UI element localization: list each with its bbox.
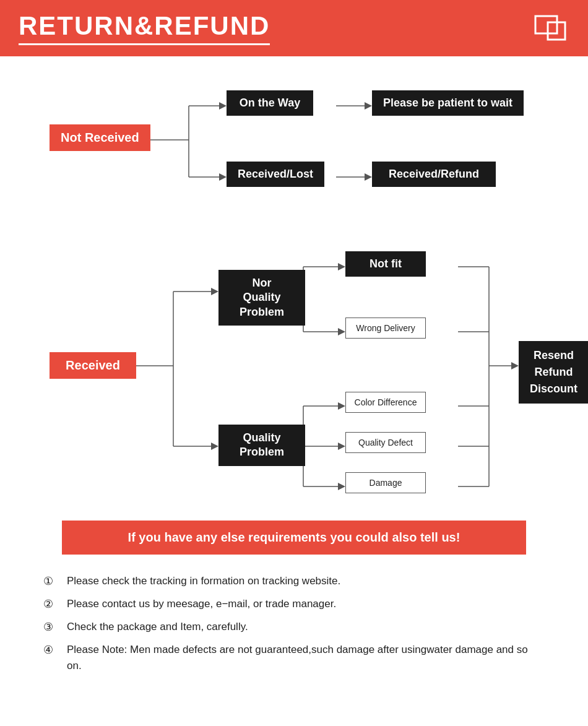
note-text-1: Please check the tracking in formation o… bbox=[67, 573, 340, 589]
return-icon bbox=[532, 13, 569, 44]
note-number-3: ③ bbox=[43, 619, 61, 636]
svg-marker-5 bbox=[219, 102, 227, 110]
damage-box: Damage bbox=[345, 472, 426, 493]
svg-marker-37 bbox=[511, 362, 519, 369]
page-title: RETURN&REFUND bbox=[19, 11, 270, 45]
notes-section: ① Please check the tracking in formation… bbox=[25, 573, 563, 673]
resend-box: Resend Refund Discount bbox=[519, 341, 588, 404]
section2-flowchart: Received Nor Quality Problem Quality Pro… bbox=[25, 230, 563, 502]
svg-marker-15 bbox=[211, 288, 218, 295]
note-number-1: ① bbox=[43, 573, 61, 590]
svg-marker-17 bbox=[211, 443, 218, 450]
svg-marker-20 bbox=[338, 263, 345, 270]
not-fit-box: Not fit bbox=[345, 251, 426, 277]
svg-marker-7 bbox=[219, 173, 227, 181]
note-text-4: Please Note: Men made defects are not gu… bbox=[67, 642, 545, 673]
main-content: Not Received On the Way Please be patien… bbox=[0, 56, 588, 698]
note-item-4: ④ Please Note: Men made defects are not … bbox=[43, 642, 545, 673]
quality-problem-box: Quality Problem bbox=[218, 425, 305, 466]
svg-rect-0 bbox=[535, 16, 557, 33]
bottom-banner: If you have any else requirements you co… bbox=[62, 521, 526, 555]
note-number-4: ④ bbox=[43, 642, 61, 659]
svg-marker-25 bbox=[338, 402, 345, 410]
note-number-2: ② bbox=[43, 596, 61, 613]
svg-marker-29 bbox=[338, 483, 345, 490]
svg-marker-27 bbox=[338, 443, 345, 450]
note-item-1: ① Please check the tracking in formation… bbox=[43, 573, 545, 590]
received-refund-box: Received/Refund bbox=[372, 162, 496, 187]
note-item-2: ② Please contact us by meesage, e−mail, … bbox=[43, 596, 545, 613]
patient-box: Please be patient to wait bbox=[372, 90, 524, 116]
wrong-delivery-box: Wrong Delivery bbox=[345, 318, 426, 339]
quality-defect-box: Quality Defect bbox=[345, 432, 426, 453]
nor-quality-box: Nor Quality Problem bbox=[218, 270, 305, 326]
on-the-way-box: On the Way bbox=[227, 90, 313, 116]
section1-flowchart: Not Received On the Way Please be patien… bbox=[25, 69, 563, 211]
note-text-3: Check the package and Item, carefully. bbox=[67, 619, 248, 635]
received-box: Received bbox=[50, 352, 136, 379]
received-lost-box: Received/Lost bbox=[227, 162, 324, 187]
svg-marker-9 bbox=[365, 102, 372, 110]
color-difference-box: Color Difference bbox=[345, 392, 426, 413]
note-text-2: Please contact us by meesage, e−mail, or… bbox=[67, 596, 336, 612]
svg-marker-22 bbox=[338, 328, 345, 335]
svg-marker-11 bbox=[365, 173, 372, 181]
not-received-box: Not Received bbox=[50, 124, 150, 151]
header: RETURN&REFUND bbox=[0, 0, 588, 56]
note-item-3: ③ Check the package and Item, carefully. bbox=[43, 619, 545, 636]
